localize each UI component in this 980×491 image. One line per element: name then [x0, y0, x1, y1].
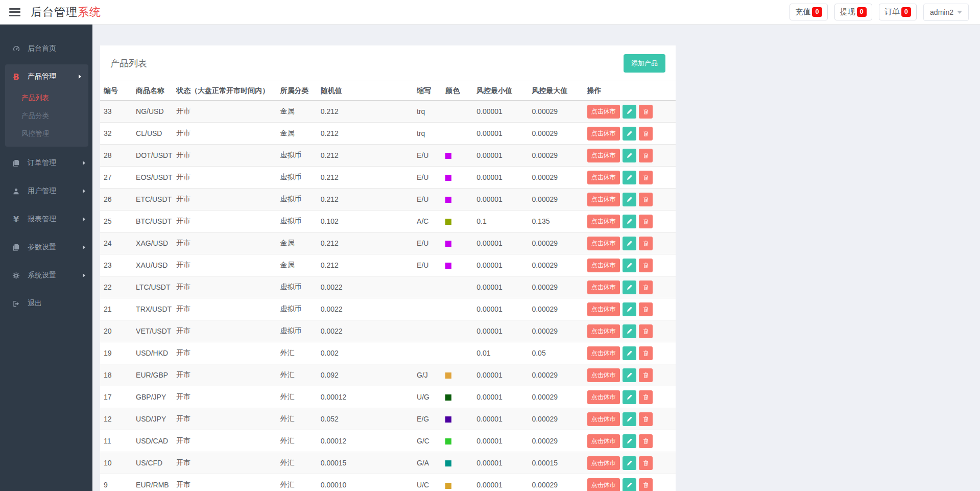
delete-button[interactable] — [639, 149, 653, 162]
random-value: 0.00012 — [321, 430, 417, 452]
edit-button[interactable] — [623, 259, 636, 272]
edit-button[interactable] — [623, 149, 636, 162]
close-market-button[interactable]: 点击休市 — [587, 412, 620, 426]
edit-button[interactable] — [623, 434, 636, 448]
add-product-button[interactable]: 添加产品 — [624, 54, 665, 73]
product-color — [445, 386, 476, 408]
close-market-button[interactable]: 点击休市 — [587, 368, 620, 382]
close-market-button[interactable]: 点击休市 — [587, 149, 620, 162]
close-market-button[interactable]: 点击休市 — [587, 324, 620, 338]
delete-button[interactable] — [639, 368, 653, 382]
color-swatch — [445, 263, 451, 269]
close-market-button[interactable]: 点击休市 — [587, 456, 620, 470]
sidebar-item-product-category[interactable]: 产品分类 — [5, 107, 88, 125]
sidebar-item-report-management[interactable]: ¥报表管理 — [0, 207, 92, 231]
sidebar-item-user-management[interactable]: 用户管理 — [0, 179, 92, 203]
product-status: 开市 — [176, 167, 280, 189]
delete-button[interactable] — [639, 237, 653, 250]
close-market-button[interactable]: 点击休市 — [587, 346, 620, 360]
edit-button[interactable] — [623, 346, 636, 360]
delete-button[interactable] — [639, 127, 653, 141]
edit-button[interactable] — [623, 171, 636, 184]
delete-button[interactable] — [639, 280, 653, 294]
pencil-icon — [626, 438, 633, 445]
risk-max-value: 0.00029 — [532, 189, 587, 211]
delete-button[interactable] — [639, 259, 653, 272]
close-market-button[interactable]: 点击休市 — [587, 434, 620, 448]
close-market-button[interactable]: 点击休市 — [587, 171, 620, 184]
product-name: USD/JPY — [136, 408, 176, 430]
edit-button[interactable] — [623, 478, 636, 491]
trash-icon — [642, 218, 649, 225]
product-name: BTC/USDT — [136, 211, 176, 232]
product-id: 9 — [100, 474, 136, 491]
edit-button[interactable] — [623, 280, 636, 294]
edit-button[interactable] — [623, 412, 636, 426]
chevron-down-icon — [957, 11, 962, 14]
abbreviation: E/U — [417, 167, 445, 189]
table-row: 28DOT/USDT开市虚拟币0.212E/U0.000010.00029点击休… — [100, 145, 676, 167]
color-swatch — [445, 416, 451, 423]
column-header: 缩写 — [417, 81, 445, 101]
edit-button[interactable] — [623, 127, 636, 141]
table-row: 25BTC/USDT开市虚拟币0.102A/C0.10.135点击休市 — [100, 211, 676, 232]
product-color — [445, 408, 476, 430]
sidebar-item-dashboard[interactable]: 后台首页 — [0, 36, 92, 61]
color-swatch — [445, 372, 451, 379]
user-menu[interactable]: admin2 — [923, 4, 969, 21]
close-market-button[interactable]: 点击休市 — [587, 105, 620, 119]
close-market-button[interactable]: 点击休市 — [587, 302, 620, 316]
random-value: 0.092 — [321, 364, 417, 386]
edit-button[interactable] — [623, 324, 636, 338]
close-market-button[interactable]: 点击休市 — [587, 390, 620, 404]
delete-button[interactable] — [639, 171, 653, 184]
close-market-button[interactable]: 点击休市 — [587, 259, 620, 272]
close-market-button[interactable]: 点击休市 — [587, 237, 620, 250]
sidebar-item-risk-management[interactable]: 风控管理 — [5, 125, 88, 143]
sidebar-item-parameter-settings[interactable]: 参数设置 — [0, 235, 92, 260]
edit-button[interactable] — [623, 368, 636, 382]
sidebar-item-product-list[interactable]: 产品列表 — [5, 89, 88, 107]
delete-button[interactable] — [639, 390, 653, 404]
risk-max-value: 0.00029 — [532, 145, 587, 167]
product-category: 外汇 — [280, 430, 321, 452]
risk-min-value: 0.01 — [476, 342, 532, 364]
edit-button[interactable] — [623, 390, 636, 404]
delete-button[interactable] — [639, 193, 653, 206]
sidebar-item-system-settings[interactable]: 系统设置 — [0, 263, 92, 288]
risk-max-value: 0.00029 — [532, 474, 587, 491]
product-category: 虚拟币 — [280, 167, 321, 189]
delete-button[interactable] — [639, 346, 653, 360]
sidebar-item-order-management[interactable]: 订单管理 — [0, 151, 92, 175]
edit-button[interactable] — [623, 237, 636, 250]
menu-toggle-icon[interactable] — [9, 8, 20, 16]
edit-button[interactable] — [623, 105, 636, 119]
edit-button[interactable] — [623, 215, 636, 228]
product-name: CL/USD — [136, 123, 176, 145]
close-market-button[interactable]: 点击休市 — [587, 127, 620, 141]
delete-button[interactable] — [639, 302, 653, 316]
orders-button[interactable]: 订单0 — [879, 4, 917, 20]
table-row: 24XAG/USD开市金属0.212E/U0.000010.00029点击休市 — [100, 232, 676, 254]
delete-button[interactable] — [639, 412, 653, 426]
close-market-button[interactable]: 点击休市 — [587, 193, 620, 206]
withdraw-button[interactable]: 提现0 — [834, 4, 872, 20]
sidebar-item-product-management[interactable]: Ƀ产品管理 — [5, 64, 88, 89]
close-market-button[interactable]: 点击休市 — [587, 215, 620, 228]
edit-button[interactable] — [623, 193, 636, 206]
close-market-button[interactable]: 点击休市 — [587, 280, 620, 294]
recharge-button[interactable]: 充值0 — [790, 4, 827, 20]
product-id: 28 — [100, 145, 136, 167]
delete-button[interactable] — [639, 478, 653, 491]
sidebar-item-logout[interactable]: 退出 — [0, 291, 92, 316]
delete-button[interactable] — [639, 324, 653, 338]
edit-button[interactable] — [623, 302, 636, 316]
delete-button[interactable] — [639, 105, 653, 119]
delete-button[interactable] — [639, 456, 653, 470]
close-market-button[interactable]: 点击休市 — [587, 478, 620, 491]
edit-button[interactable] — [623, 456, 636, 470]
delete-button[interactable] — [639, 215, 653, 228]
column-header: 风控最大值 — [532, 81, 587, 101]
delete-button[interactable] — [639, 434, 653, 448]
risk-max-value: 0.05 — [532, 342, 587, 364]
